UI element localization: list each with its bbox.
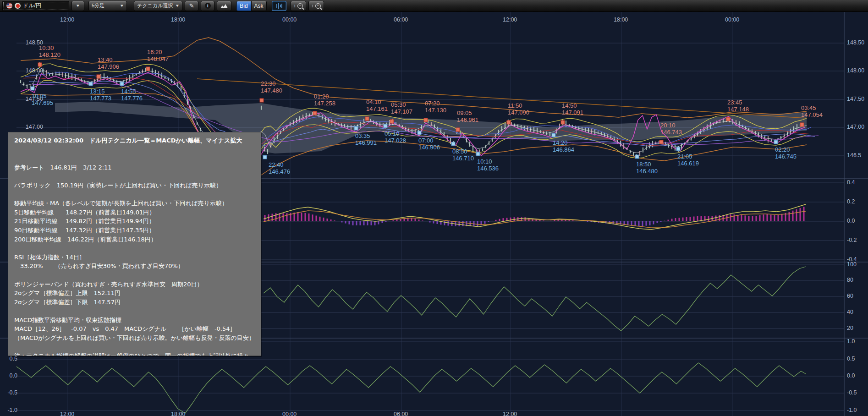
timeframe-label: 5分足 [92, 2, 104, 9]
us-flag-icon [6, 3, 12, 9]
panel-line [14, 172, 261, 181]
bid-ask-toggle: Bid Ask [236, 1, 266, 11]
chevron-down-icon: ▼ [175, 4, 180, 8]
macd-signal-line [264, 211, 806, 228]
zoom-in-icon: + [315, 3, 321, 9]
panel-line [14, 244, 261, 253]
timeframe-selector[interactable]: 5分足 ▼ [88, 1, 127, 11]
panel-line: RSI［相体力指数・14日］ [14, 253, 261, 262]
panel-line: MACD［12、26］ -0.07 vs 0.47 MACDシグナル ［かい離幅… [14, 324, 261, 334]
mountain-icon [220, 4, 228, 8]
panel-line [14, 271, 261, 280]
ask-label: Ask [254, 3, 264, 9]
panel-line [14, 190, 261, 199]
technical-select-button[interactable]: テクニカル選択 ▼ [134, 1, 182, 11]
fx-trading-app: ドル/円 ▼ 5分足 ▼ テクニカル選択 ▼ ✎ i Bid [0, 0, 868, 416]
macd-line [264, 204, 806, 230]
currency-pair-label: ドル/円 [23, 2, 41, 10]
panel-line: 2σシグマ［標準偏差］下限 147.57円 [14, 298, 261, 307]
panel-line: 2σシグマ［標準偏差］上限 152.11円 [14, 289, 261, 298]
panel-line [14, 145, 261, 154]
panel-line: （MACDがシグナルを上回れば買い・下回れば売り示唆。かい離幅も反発・反落の目安… [14, 334, 261, 343]
currency-pair-selector[interactable]: ドル/円 [2, 1, 69, 11]
bid-button[interactable]: Bid [236, 1, 251, 11]
panel-line: MACD指数平滑移動平均・収束拡散指標 [14, 316, 261, 325]
technical-select-label: テクニカル選択 [137, 2, 173, 9]
panel-line: 移動平均線・MA（各レベルで短期が長期を上回れば買い・下回れば売り示唆） [14, 199, 261, 208]
candlestick-icon [275, 3, 283, 9]
panel-line [14, 343, 261, 352]
chevron-down-icon: ▼ [76, 4, 80, 8]
panel-line: 5日移動平均線 148.27円（前営業日149.01円） [14, 208, 261, 217]
ask-button[interactable]: Ask [251, 1, 267, 11]
pencil-icon: ✎ [189, 3, 194, 9]
oscillator-line [16, 363, 806, 413]
candle-chart-button[interactable] [272, 1, 286, 11]
zoom-in-button[interactable]: ↕ + [308, 1, 324, 11]
chevron-down-icon: ▼ [120, 4, 124, 8]
vertical-scale-icon: ↕ [294, 3, 296, 8]
zoom-out-button[interactable]: ↕ − [291, 1, 306, 11]
panel-line: 90日移動平均線 147.32円（前営業日147.35円） [14, 226, 261, 235]
technical-summary-panel: 2024/03/12 02:32:00 ドル円テクニカル一覧＝MACDかい離幅、… [8, 132, 261, 356]
panel-line: 21日移動平均線 149.82円（前営業日149.94円） [14, 217, 261, 226]
pair-dropdown-button[interactable]: ▼ [71, 1, 84, 11]
panel-line: ボリンジャーバンド（買われすぎ・売られすぎ水準目安 周期20日） [14, 280, 261, 289]
panel-line [14, 154, 261, 163]
rsi-line [264, 267, 806, 331]
jp-flag-icon [15, 3, 21, 9]
chart-type-button[interactable] [217, 1, 231, 11]
panel-body: 参考レート 146.81円 3/12 2:11パラボリック 150.19円（実勢… [14, 145, 261, 356]
panel-line: パラボリック 150.19円（実勢レートが上回れば買い・下回れば売り示唆） [14, 181, 261, 190]
info-button[interactable]: i [201, 1, 214, 11]
panel-line [14, 307, 261, 316]
toolbar: ドル/円 ▼ 5分足 ▼ テクニカル選択 ▼ ✎ i Bid [0, 0, 868, 12]
zoom-out-icon: − [297, 3, 303, 9]
chart-area[interactable]: 12:0018:0000:0006:0012:0018:0000:0012:00… [0, 0, 868, 416]
vertical-scale-icon: ↕ [312, 3, 314, 8]
draw-tool-button[interactable]: ✎ [185, 1, 198, 11]
panel-title: 2024/03/12 02:32:00 ドル円テクニカル一覧＝MACDかい離幅、… [14, 136, 261, 145]
panel-line: 33.20% （売られすぎ目安30%・買われすぎ目安70%） [14, 262, 261, 271]
bid-label: Bid [240, 3, 247, 9]
info-icon: i [205, 3, 211, 9]
panel-line: 200日移動平均線 146.22円（前営業日146.18円） [14, 235, 261, 244]
panel-line: 参考レート 146.81円 3/12 2:11 [14, 163, 261, 172]
panel-line: 注；テクニカル指標の解釈の説明は一般例のひとつで、同一の指標でも上記以外に様々 [14, 351, 261, 356]
